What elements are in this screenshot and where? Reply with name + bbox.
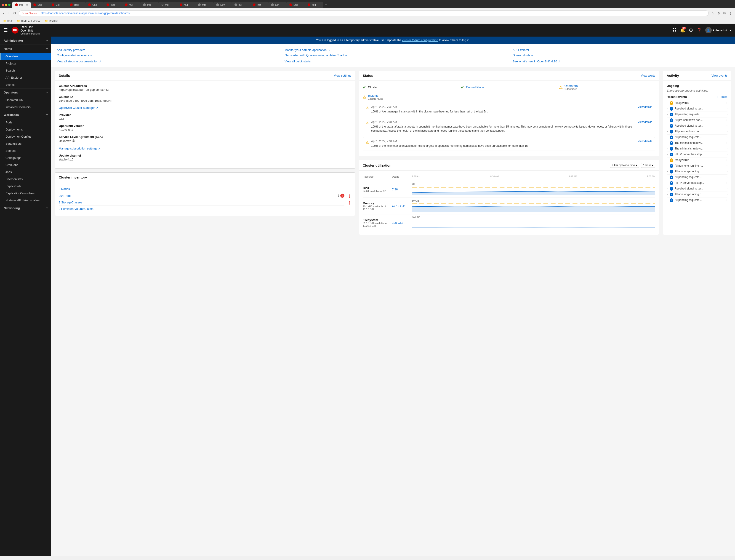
browser-tab-7[interactable]: mul (140, 2, 159, 8)
sidebar-item-hpa[interactable]: HorizontalPodAutoscalers (0, 197, 51, 204)
sidebar-item-configmaps[interactable]: ConfigMaps (0, 154, 51, 161)
pause-button[interactable]: ⏸ Pause (716, 95, 727, 99)
add-button[interactable]: ⊕ (689, 27, 693, 33)
sidebar-networking-header[interactable]: Networking ▾ (0, 204, 51, 212)
extensions-button[interactable]: ⧉ (723, 11, 726, 16)
event-arrow-11: › (727, 164, 727, 167)
event-dash-16: – (667, 193, 668, 196)
filesystem-y-label: 100 GiB (412, 216, 655, 219)
pvc-link[interactable]: 2 PersistentVolumeClaims (59, 207, 93, 211)
pods-error-badge: ! (340, 194, 344, 198)
sidebar-item-cronjobs[interactable]: CronJobs (0, 161, 51, 168)
alert-view-details-2[interactable]: View details (638, 140, 652, 148)
back-button[interactable]: ‹ (2, 11, 5, 16)
monitor-sample-app-link[interactable]: Monitor your sample application → (285, 47, 501, 53)
control-plane-status-label[interactable]: Control Plane (466, 85, 484, 89)
browser-tab-5[interactable]: Inst (104, 2, 122, 8)
notifications-button[interactable]: 🔔 10 (680, 28, 685, 33)
whats-new-link[interactable]: See what's new in OpenShift 4.10 ↗ (513, 60, 730, 63)
pods-link[interactable]: 394 Pods (59, 194, 71, 197)
sidebar-item-secrets[interactable]: Secrets (0, 147, 51, 154)
browser-tab-3[interactable]: Red (67, 2, 85, 8)
sidebar-item-installed-operators[interactable]: Installed Operators (0, 104, 51, 111)
sidebar-item-statefulsets[interactable]: StatefulSets (0, 140, 51, 147)
browser-tab-active[interactable]: mul ✕ (12, 2, 31, 8)
sidebar-item-deploymentconfigs[interactable]: DeploymentConfigs (0, 133, 51, 140)
sidebar-item-deployments[interactable]: Deployments (0, 126, 51, 133)
sidebar-item-search[interactable]: Search (0, 67, 51, 74)
alert-view-details-1[interactable]: View details (638, 120, 652, 133)
view-all-steps-link[interactable]: View all steps in documentation ↗ (57, 60, 273, 63)
sidebar-item-pods[interactable]: Pods (0, 119, 51, 126)
browser-tab-15[interactable]: Log (287, 2, 305, 8)
sidebar-section-administrator: Administrator ▾ (0, 37, 51, 45)
bookmark-red-hat-external[interactable]: 📁 Red Hat External (16, 19, 41, 23)
sidebar-item-operatorhub[interactable]: OperatorHub (0, 96, 51, 104)
sidebar-home-header[interactable]: Home ▾ (0, 45, 51, 53)
cluster-manager-link[interactable]: OpenShift Cluster Manager ↗ (59, 106, 98, 109)
time-range-select[interactable]: 1 hour ▾ (641, 163, 655, 168)
new-tab-button[interactable]: + (323, 3, 329, 7)
address-bar[interactable]: ⚠ Not Secure | https://console.openshift… (19, 11, 709, 16)
sidebar-item-jobs[interactable]: Jobs (0, 168, 51, 176)
sidebar-item-overview[interactable]: Overview (0, 53, 51, 60)
bookmark-stuff[interactable]: 📁 Stuff (2, 19, 13, 23)
subscription-settings-link[interactable]: Manage subscription settings ↗ (59, 147, 101, 150)
hamburger-menu-button[interactable]: ☰ (4, 27, 8, 33)
openshift-version-value: 4.10.0-rc.1 (59, 128, 351, 131)
browser-tab-4[interactable]: Cha (85, 2, 104, 8)
view-all-quickstarts-link[interactable]: View all quick starts (285, 60, 501, 63)
alert-view-details-0[interactable]: View details (638, 105, 652, 114)
profile-button[interactable]: ⊙ (717, 11, 721, 16)
help-button[interactable]: ❓ (697, 28, 702, 33)
browser-tab-12[interactable]: bur (232, 2, 250, 8)
operatorhub-quick-link[interactable]: OperatorHub → (513, 53, 730, 58)
add-identity-providers-link[interactable]: Add identity providers → (57, 47, 273, 53)
api-explorer-quick-link[interactable]: API Explorer → (513, 47, 730, 53)
sidebar-item-replicationcontrollers[interactable]: ReplicationControllers (0, 190, 51, 197)
event-p-icon-16: P (670, 193, 673, 196)
operators-status-label[interactable]: Operators (565, 84, 578, 88)
forward-button[interactable]: › (7, 11, 10, 16)
browser-tab-8[interactable]: ⊙ mul (159, 2, 177, 8)
bookmark-red-hat[interactable]: 📁 Red Hat (44, 19, 59, 23)
sidebar-workloads-header[interactable]: Workloads ▾ (0, 111, 51, 119)
configure-alert-receivers-link[interactable]: Configure alert receivers → (57, 53, 273, 58)
storage-classes-link[interactable]: 2 StorageClasses (59, 201, 82, 204)
sidebar-role-header[interactable]: Administrator ▾ (0, 37, 51, 45)
view-settings-link[interactable]: View settings (334, 74, 351, 77)
left-column: Details View settings Cluster API addres… (55, 71, 355, 235)
quarkus-helm-link[interactable]: Get started with Quarkus using a Helm Ch… (285, 53, 501, 58)
sidebar-item-api-explorer[interactable]: API Explorer (0, 74, 51, 81)
sidebar-item-daemonsets[interactable]: DaemonSets (0, 176, 51, 183)
browser-tab-13[interactable]: Inst (250, 2, 268, 8)
insights-label[interactable]: Insights (368, 94, 378, 97)
nodes-link[interactable]: 8 Nodes (59, 187, 70, 191)
warning-triangle-icon: ⚠ (22, 12, 24, 15)
tab-close-icon[interactable]: ✕ (26, 4, 28, 6)
cluster-oauth-link[interactable]: cluster OAuth configuration (402, 38, 438, 42)
view-alerts-link[interactable]: View alerts (641, 74, 655, 77)
view-events-link[interactable]: View events (711, 74, 727, 77)
quick-starts-col1: Add identity providers → Configure alert… (51, 44, 279, 67)
sidebar-item-replicasets[interactable]: ReplicaSets (0, 183, 51, 190)
browser-tab-11[interactable]: Dev (213, 2, 232, 8)
bookmark-button[interactable]: ☆ (711, 11, 715, 16)
event-p-icon-13: P (670, 176, 673, 179)
user-menu[interactable]: 👤 kube:admin ▾ (705, 27, 731, 33)
grid-icon-button[interactable] (672, 28, 676, 33)
event-dash-7: – (667, 141, 668, 144)
sidebar-item-projects[interactable]: Projects (0, 60, 51, 67)
sidebar-item-events[interactable]: Events (0, 81, 51, 88)
browser-tab-16[interactable]: 7d4 (305, 2, 323, 8)
more-button[interactable]: ⋮ (728, 11, 733, 16)
browser-tab-10[interactable]: http (195, 2, 213, 8)
browser-tab-1[interactable]: Log (31, 2, 49, 8)
browser-tab-2[interactable]: Clu (49, 2, 67, 8)
filter-node-type-select[interactable]: Filter by Node type ▾ (610, 163, 639, 168)
reload-button[interactable]: ↻ (12, 11, 17, 16)
browser-tab-9[interactable]: mul (177, 2, 195, 8)
browser-tab-6[interactable]: mul (122, 2, 140, 8)
sidebar-operators-header[interactable]: Operators ▾ (0, 88, 51, 96)
browser-tab-14[interactable]: acn (268, 2, 287, 8)
